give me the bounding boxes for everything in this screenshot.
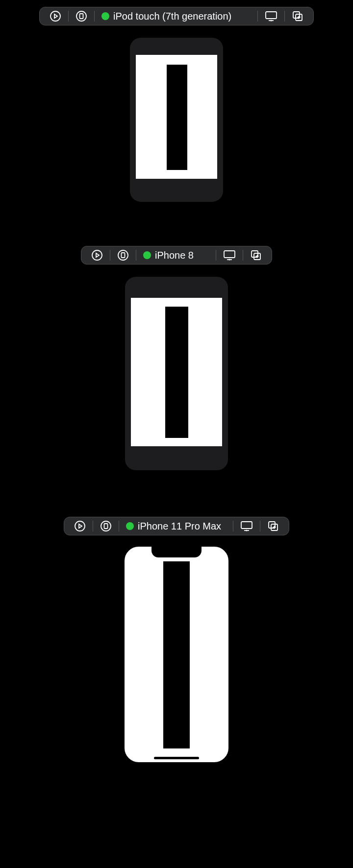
duplicate-plus-icon [292, 10, 303, 22]
duplicate-plus-icon [267, 520, 279, 532]
play-circle-icon [74, 520, 86, 532]
live-preview-button[interactable] [43, 7, 68, 25]
preview-section-ipod-touch: iPod touch (7th generation) [0, 0, 353, 202]
device-screen [136, 55, 217, 179]
preview-section-iphone-11-pro-max: iPhone 11 Pro Max [0, 470, 353, 765]
svg-rect-3 [266, 12, 277, 19]
device-preview-stage [130, 38, 223, 202]
duplicate-preview-button[interactable] [243, 246, 269, 265]
duplicate-preview-button[interactable] [260, 517, 286, 535]
preview-on-device-button[interactable] [233, 517, 260, 535]
device-label: iPhone 11 Pro Max [138, 521, 221, 532]
selectable-preview-button[interactable] [93, 517, 119, 535]
svg-point-8 [118, 250, 128, 260]
svg-rect-2 [80, 14, 83, 19]
content-rectangle [167, 65, 187, 170]
device-preview-stage [122, 544, 231, 765]
device-label: iPod touch (7th generation) [113, 11, 231, 22]
content-rectangle [163, 561, 190, 748]
status-dot-icon [101, 12, 109, 20]
svg-rect-16 [104, 524, 108, 529]
device-frame-iphone-11-pro-max [122, 544, 231, 765]
selectable-icon [117, 249, 129, 261]
device-notch [151, 547, 202, 557]
preview-toolbar: iPhone 11 Pro Max [64, 517, 289, 535]
preview-toolbar: iPod touch (7th generation) [39, 7, 314, 25]
selectable-icon [100, 520, 112, 532]
svg-point-0 [50, 11, 60, 21]
svg-point-15 [101, 521, 111, 531]
svg-point-7 [92, 250, 102, 260]
status-dot-icon [126, 522, 134, 530]
play-circle-icon [91, 249, 103, 261]
selectable-icon [76, 10, 87, 22]
status-dot-icon [143, 251, 151, 259]
device-display-icon [265, 11, 277, 22]
device-display-icon [223, 250, 236, 261]
preview-on-device-button[interactable] [258, 7, 284, 25]
device-frame-ipod-touch [130, 38, 223, 202]
content-rectangle [165, 307, 188, 438]
svg-rect-9 [122, 253, 125, 258]
svg-rect-17 [241, 522, 252, 529]
device-label: iPhone 8 [155, 250, 194, 261]
play-circle-icon [50, 10, 61, 22]
svg-point-1 [76, 11, 86, 21]
preview-on-device-button[interactable] [216, 246, 243, 265]
live-preview-button[interactable] [67, 517, 93, 535]
home-indicator [154, 757, 199, 759]
preview-section-iphone-8: iPhone 8 [0, 202, 353, 470]
selectable-preview-button[interactable] [69, 7, 94, 25]
duplicate-preview-button[interactable] [285, 7, 310, 25]
device-screen [131, 298, 222, 446]
device-display-icon [240, 521, 253, 531]
svg-point-11 [228, 259, 230, 260]
svg-point-18 [246, 530, 247, 531]
live-preview-button[interactable] [84, 246, 110, 265]
preview-toolbar: iPhone 8 [81, 246, 272, 265]
device-selector[interactable]: iPod touch (7th generation) [95, 7, 257, 25]
device-selector[interactable]: iPhone 11 Pro Max [119, 517, 233, 535]
device-selector[interactable]: iPhone 8 [136, 246, 216, 265]
svg-point-14 [75, 521, 85, 531]
selectable-preview-button[interactable] [110, 246, 136, 265]
svg-point-4 [270, 20, 272, 21]
svg-rect-10 [224, 251, 235, 258]
duplicate-plus-icon [250, 249, 262, 261]
device-frame-iphone-8 [125, 277, 228, 470]
device-preview-stage [125, 277, 228, 470]
